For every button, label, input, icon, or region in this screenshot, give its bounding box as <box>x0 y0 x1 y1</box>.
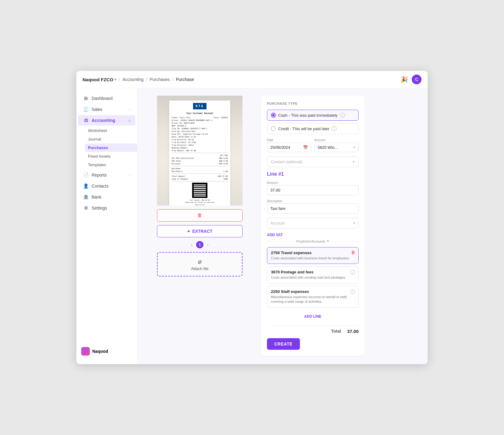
sidebar-label-contacts: Contacts <box>92 184 108 188</box>
prev-page-button[interactable]: ‹ <box>191 242 192 247</box>
cash-info-icon[interactable]: i <box>340 113 345 118</box>
account-input[interactable]: 5820 Wio... ▾ <box>314 143 359 152</box>
reports-chevron-icon: › <box>130 174 130 177</box>
sparkle-icon: ✦ <box>187 229 190 234</box>
radio-dot-cash <box>271 113 276 118</box>
sidebar-item-bank[interactable]: 🏦 Bank <box>78 192 135 202</box>
extract-label: EXTRACT <box>192 229 212 234</box>
account-label: Account <box>314 138 359 142</box>
predicted-sparkle-icon: ✦ <box>327 239 329 243</box>
date-field-group: Date 25/06/2024 📅 <box>267 138 311 152</box>
contact-chevron-icon: ▾ <box>353 160 355 164</box>
sidebar-label-settings: Settings <box>92 206 107 210</box>
purchase-type-label: Purchase Type <box>267 102 359 105</box>
accounting-chevron-icon: ∧ <box>128 119 130 122</box>
predicted-card-3670[interactable]: i 3670 Postage and fees Costs associated… <box>267 266 359 283</box>
breadcrumb: Naqood FZCO ▾ / Accounting / Purchases /… <box>82 77 194 82</box>
top-bar: Naqood FZCO ▾ / Accounting / Purchases /… <box>76 71 428 88</box>
breadcrumb-purchase: Purchase <box>176 77 194 82</box>
next-page-button[interactable]: › <box>207 242 209 247</box>
sidebar-item-settings[interactable]: ⚙ Settings <box>78 203 135 213</box>
line-title: Line #1 <box>267 171 359 177</box>
amount-input[interactable] <box>267 185 359 195</box>
date-account-row: Date 25/06/2024 📅 Account 5820 Wio... ▾ <box>267 138 359 152</box>
sidebar-item-templates[interactable]: Templates <box>85 161 137 169</box>
radio-dot-credit <box>271 126 276 131</box>
receipt-title: Taxi Customer Receipt <box>172 112 228 115</box>
footer-brand-label: Naqood <box>92 349 108 354</box>
extract-button[interactable]: ✦ EXTRACT <box>157 225 243 237</box>
contact-placeholder: Contact (optional) <box>271 159 302 164</box>
contact-field[interactable]: Contact (optional) ▾ <box>267 156 359 167</box>
footer-brand-icon <box>81 347 90 356</box>
settings-icon: ⚙ <box>83 205 89 211</box>
delete-button[interactable]: 🗑 <box>157 209 243 221</box>
date-input[interactable]: 25/06/2024 📅 <box>267 143 311 152</box>
trash-icon: 🗑 <box>197 213 202 218</box>
credit-label: Credit - This will be paid later <box>278 126 329 131</box>
account-value: 5820 Wio... <box>318 145 338 150</box>
sidebar-item-accounting[interactable]: ⚖ Accounting ∧ <box>78 115 135 126</box>
predicted-label: Predicted Accounts ✦ <box>294 239 331 243</box>
add-vat-button[interactable]: ADD VAT <box>267 233 359 237</box>
sidebar-item-journal[interactable]: Journal <box>85 135 137 143</box>
amount-group: Amount <box>267 181 359 195</box>
sidebar-item-contacts[interactable]: 👤 Contacts <box>78 181 135 191</box>
account-select[interactable]: Account ▾ <box>267 218 359 228</box>
predicted-card-desc-3670: Costs associated with sending mail and p… <box>271 275 355 280</box>
description-input[interactable] <box>267 203 359 214</box>
calendar-icon: 📅 <box>303 145 308 150</box>
predicted-card-desc-2750: Costs associated with business travel fo… <box>271 256 355 261</box>
total-label: Total <box>331 329 341 334</box>
predicted-card-title-3670: 3670 Postage and fees <box>271 270 355 274</box>
sidebar-label-sales: Sales <box>92 107 102 112</box>
form-panel: Purchase Type Cash - This was paid immed… <box>261 96 365 356</box>
attach-file-area[interactable]: ⌀ Attach file <box>157 252 243 276</box>
radio-credit[interactable]: Credit - This will be paid later i <box>267 123 359 134</box>
credit-info-icon[interactable]: i <box>332 126 337 131</box>
sidebar-label-bank: Bank <box>92 195 101 199</box>
avatar[interactable]: C <box>412 75 422 84</box>
attach-label: Attach file <box>191 266 208 271</box>
create-button[interactable]: CREATE <box>267 338 300 350</box>
receipt-image: RTA Taxi Customer Receipt Fleet: Taxis-T… <box>157 96 243 206</box>
predicted-card-2750[interactable]: 🗑 2750 Travel expenses Costs associated … <box>267 247 359 264</box>
radio-cash[interactable]: Cash - This was paid immediately i <box>267 110 359 121</box>
sidebar-item-purchases[interactable]: Purchases <box>85 144 137 152</box>
qr-code <box>192 183 207 198</box>
sidebar-item-sales[interactable]: 🧾 Sales › <box>78 104 135 115</box>
accounting-submenu: Worksheet Journal Purchases Fixed Assets… <box>85 126 137 169</box>
sidebar-item-dashboard[interactable]: ⊞ Dashboard <box>78 93 135 104</box>
purchase-type-group: Cash - This was paid immediately i Credi… <box>267 110 359 134</box>
brand-name[interactable]: Naqood FZCO ▾ <box>82 77 116 82</box>
dashboard-icon: ⊞ <box>83 96 89 101</box>
total-row: Total 37.00 <box>267 325 359 334</box>
sidebar-item-worksheet[interactable]: Worksheet <box>85 126 137 135</box>
sidebar-item-fixed-assets[interactable]: Fixed Assets <box>85 152 137 160</box>
breadcrumb-purchases[interactable]: Purchases <box>150 77 170 82</box>
add-line-button[interactable]: ADD LINE <box>267 312 359 321</box>
predicted-card-desc-2250: Miscellaneous expenses incurred on behal… <box>271 295 355 304</box>
sidebar-item-reports[interactable]: 📄 Reports › <box>78 170 135 180</box>
predicted-card-2250[interactable]: i 2250 Staff expenses Miscellaneous expe… <box>267 286 359 308</box>
description-group: Description <box>267 199 359 214</box>
receipt-photo: RTA Taxi Customer Receipt Fleet: Taxis-T… <box>157 96 243 206</box>
sidebar-label-reports: Reports <box>92 173 107 177</box>
accounting-icon: ⚖ <box>83 118 89 123</box>
sidebar-label-dashboard: Dashboard <box>92 96 113 101</box>
sidebar-label-accounting: Accounting <box>92 118 115 123</box>
sidebar-nav: ⊞ Dashboard 🧾 Sales › ⚖ Accounting ∧ Wor… <box>76 93 137 213</box>
sidebar: ⊞ Dashboard 🧾 Sales › ⚖ Accounting ∧ Wor… <box>76 88 137 364</box>
reports-icon: 📄 <box>83 172 89 178</box>
predicted-card-info-icon-2250[interactable]: i <box>350 289 355 294</box>
breadcrumb-accounting[interactable]: Accounting <box>122 77 144 82</box>
sales-chevron-icon: › <box>130 108 130 111</box>
account-chevron-icon: ▾ <box>353 145 355 149</box>
bank-icon: 🏦 <box>83 194 89 200</box>
predicted-card-delete-icon[interactable]: 🗑 <box>351 250 355 255</box>
main-content: RTA Taxi Customer Receipt Fleet: Taxis-T… <box>137 88 428 364</box>
date-value: 25/06/2024 <box>270 145 290 150</box>
date-label: Date <box>267 138 311 142</box>
contacts-icon: 👤 <box>83 183 89 189</box>
top-bar-actions: 🎉 C <box>400 75 422 84</box>
